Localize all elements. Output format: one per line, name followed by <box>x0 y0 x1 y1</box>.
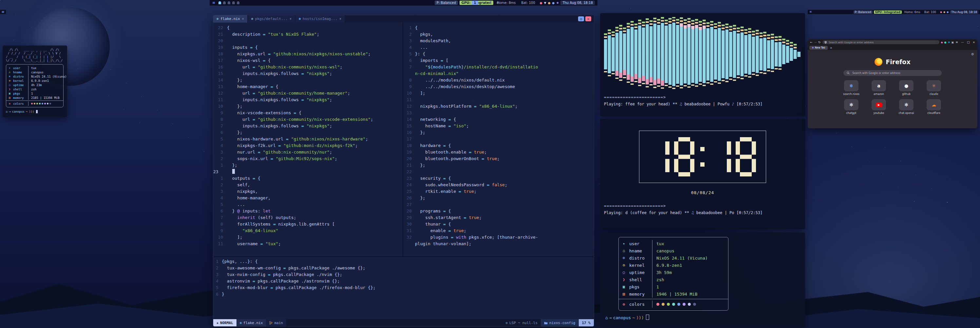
fetch-row-colors: ✿colors <box>623 301 724 308</box>
tag-ghost-icon-1[interactable] <box>218 1 221 4</box>
tab-new-tab[interactable]: New Tab <box>809 46 828 50</box>
extension-icon-1[interactable]: ◆ <box>941 41 943 44</box>
buffer-picker-button[interactable]: ◎ <box>578 16 584 21</box>
code-line: 1 outputs = { <box>213 175 402 182</box>
code-line: 14 }; <box>213 77 402 84</box>
code-text: bluetooth.powerOnBoot = true; <box>415 155 500 162</box>
personalize-gear-icon[interactable]: ⚙ <box>971 52 974 56</box>
fetch-label: colors <box>13 102 28 105</box>
shortcut-tile-youtube[interactable]: ▶youtube <box>868 99 889 114</box>
shortcut-tile-github[interactable]: ●github <box>896 80 917 95</box>
code-line: 3 nixpkgs, <box>213 188 402 195</box>
palette-icon: ✿ <box>623 302 629 306</box>
back-button[interactable]: ← <box>810 41 813 44</box>
tag-ghost-icon-5[interactable] <box>237 1 239 4</box>
shortcut-tile-search.nixos[interactable]: ❄search.nixos <box>841 80 862 95</box>
tab-close-icon[interactable]: × <box>290 17 291 21</box>
code-line: 19 inputs = { <box>213 44 402 51</box>
close-button[interactable]: × <box>972 41 975 44</box>
shortcut-tile-cloudflare[interactable]: ☁cloudflare <box>923 99 944 114</box>
shortcut-tile-amazon[interactable]: aamazon <box>868 80 889 95</box>
editor-tab-flake.nix[interactable]: ❄flake.nix× <box>213 15 247 22</box>
editor-pane-iso[interactable]: 1{2 pkgs,3 modulesPath,4 ...5}: {6 impor… <box>403 22 594 258</box>
extension-icon-3[interactable]: ❖ <box>948 41 950 44</box>
url-input[interactable] <box>828 41 937 44</box>
editor-pane-flake[interactable]: 22{21 description = "tux's NixOS Flake";… <box>213 22 402 258</box>
home-icon: ⌂ <box>605 315 608 320</box>
fetch-value: tux <box>652 240 724 247</box>
code-line: 30 thunar = { <box>403 221 594 228</box>
workspace-tag-1[interactable]: 1 <box>472 1 478 5</box>
tray-icon-3[interactable]: ● <box>548 1 550 5</box>
buffer-close-button[interactable]: × <box>585 16 591 21</box>
forward-button[interactable]: → <box>814 41 817 44</box>
ascii-art: /\ /\ ___ __ _ _ __ /\ /\ / /_/ / / __/ … <box>6 48 64 63</box>
tag-ghost-icon-4[interactable] <box>232 1 235 4</box>
star <box>188 138 188 138</box>
minimize-button[interactable]: — <box>961 41 964 44</box>
shortcut-tile-claude[interactable]: ✳claude <box>923 80 944 95</box>
tray-icon-4[interactable]: ● <box>552 1 555 5</box>
workspace-tag-4[interactable]: 4 <box>494 1 501 5</box>
tab-close-icon[interactable]: × <box>242 17 244 21</box>
reload-button[interactable]: ↻ <box>818 41 821 44</box>
search-input[interactable] <box>852 71 939 75</box>
code-line: 10 }; <box>213 103 402 110</box>
tray-icon-2[interactable]: ● <box>943 11 945 13</box>
code-line: 12 nixpkgs.hostPlatform = "x86_64-linux"… <box>403 103 594 110</box>
editor-tab-hosts/isoImag...[interactable]: ❄hosts/isoImag...× <box>296 15 345 22</box>
tray-icon-1[interactable]: ● <box>940 11 942 13</box>
color-dot <box>662 303 665 306</box>
line-number: 1 <box>213 175 223 182</box>
terminal-window-fastfetch[interactable]: ✦usertux⌂hnamecanopus❄distroNixOS 24.11 … <box>600 233 805 327</box>
shortcut-tile-chat.openai[interactable]: ✻chat.openai <box>896 99 917 114</box>
line-number: 23 <box>403 175 412 182</box>
editor-tab-pkgs/default...[interactable]: ❄pkgs/default...× <box>248 15 295 22</box>
tag-ghost-icon-2[interactable] <box>223 1 226 4</box>
extension-icon-4[interactable]: ▣ <box>951 41 954 44</box>
line-number: 20 <box>403 155 412 162</box>
line-number: 1 <box>213 162 223 169</box>
tile-label: chatgpt <box>841 112 862 114</box>
firefox-logo: Firefox <box>808 50 977 66</box>
fetch-value: 6.9.8-zen1 <box>652 261 724 269</box>
url-bar[interactable] <box>822 40 939 44</box>
new-tab-button[interactable]: + <box>830 46 832 49</box>
workspace-tag-3[interactable]: 3 <box>487 1 493 5</box>
ascii-art-line: / /_/ / / __/ _` | '_ \ \ V / <box>6 52 64 55</box>
uptime-icon: ○ <box>9 84 13 86</box>
code-line: 26 }; <box>403 195 594 201</box>
tray-icon-2[interactable]: ▼ <box>544 1 546 5</box>
neovim-window[interactable]: ❄flake.nix×❄pkgs/default...×❄hosts/isoIm… <box>213 15 594 327</box>
status-chip: Bat: 100 <box>519 1 537 5</box>
fetch-row-pkgs: ▣pkgs1 <box>9 91 60 95</box>
terminal-window-visualizer[interactable]: ======================> Playing: ffee fo… <box>600 13 805 116</box>
shortcut-tile-chatgpt[interactable]: ✻chatgpt <box>841 99 862 114</box>
code-text: ../../modules/nixos/default.nix <box>415 77 505 84</box>
line-number: 8 <box>213 221 223 228</box>
prompt-chevron: ) <box>32 110 34 113</box>
editor-pane-pkgs[interactable]: 1{pkgs, ...}: {2 tux-awesome-wm-config =… <box>213 257 594 321</box>
distro-icon: ❄ <box>623 256 629 260</box>
firefox-window[interactable]: ← → ↻ ◆●❖▣ ≡ — □ × New Tab + ⚙ Firefox <box>808 39 977 128</box>
fetch-value: tux <box>28 66 60 70</box>
tray-icon-1[interactable]: ● <box>540 1 542 5</box>
terminal-window-fetch[interactable]: /\ /\ ___ __ _ _ __ /\ /\ / /_/ / / __/ … <box>3 46 67 117</box>
tab-close-icon[interactable]: × <box>339 17 341 21</box>
code-line: 11 inputs.nixpkgs.follows = "nixpkgs"; <box>213 97 402 103</box>
tray-icon-3[interactable]: ● <box>947 11 948 13</box>
tray-icon-5[interactable]: ❖ <box>556 1 559 5</box>
hamburger-menu-button[interactable]: ≡ <box>955 41 958 44</box>
menu-icon[interactable]: ≡ <box>212 1 215 5</box>
maximize-button[interactable]: □ <box>967 41 970 44</box>
code-text: "x86_64-linux" <box>227 228 278 234</box>
search-bar[interactable] <box>843 70 942 76</box>
menu-icon[interactable]: ≡ <box>1 10 4 14</box>
tag-ghost-icon-3[interactable] <box>228 1 230 4</box>
extension-icon-2[interactable]: ● <box>944 41 947 44</box>
line-number: 2 <box>213 182 223 188</box>
menu-icon[interactable]: ≡ <box>809 11 812 13</box>
system-tray: ●▼●●❖ <box>540 1 559 5</box>
workspace-tag-2[interactable]: 2 <box>479 1 486 5</box>
terminal-window-clock[interactable]: 08/08/24 ======================> Playing… <box>600 119 805 229</box>
